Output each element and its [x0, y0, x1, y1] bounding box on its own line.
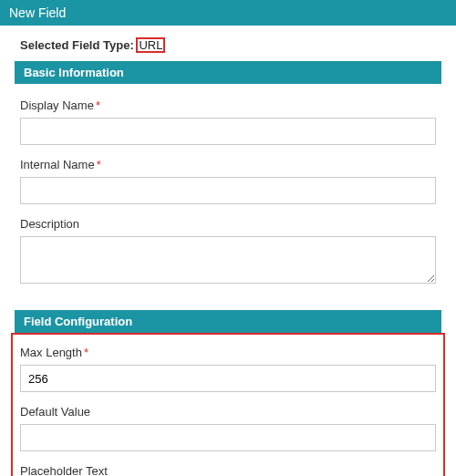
internal-name-label: Internal Name*	[20, 158, 436, 171]
required-mark: *	[96, 98, 100, 112]
description-field: Description	[20, 217, 436, 286]
default-value-input[interactable]	[20, 424, 436, 451]
required-mark: *	[97, 158, 101, 171]
basic-info-section: Display Name* Internal Name* Description	[20, 88, 436, 310]
display-name-label-text: Display Name	[20, 98, 94, 112]
selected-field-type-value: URL	[137, 38, 164, 52]
description-input[interactable]	[20, 236, 436, 284]
field-config-header: Field Configuration	[15, 310, 441, 333]
selected-field-type-label: Selected Field Type:	[20, 38, 134, 52]
default-value-field: Default Value	[20, 405, 436, 451]
page-header: New Field	[0, 0, 456, 26]
basic-info-header: Basic Information	[15, 61, 441, 84]
description-label: Description	[20, 217, 436, 231]
field-config-section: Max Length* Default Value Placeholder Te…	[15, 336, 441, 476]
max-length-field: Max Length*	[20, 346, 436, 392]
max-length-label-text: Max Length	[20, 346, 82, 359]
placeholder-text-field: Placeholder Text	[20, 464, 436, 476]
default-value-label: Default Value	[20, 405, 436, 419]
display-name-label: Display Name*	[20, 98, 436, 112]
max-length-input[interactable]	[20, 365, 436, 392]
page-title: New Field	[9, 5, 66, 20]
display-name-input[interactable]	[20, 118, 436, 145]
required-mark: *	[84, 346, 88, 359]
internal-name-input[interactable]	[20, 177, 436, 204]
internal-name-field: Internal Name*	[20, 158, 436, 204]
internal-name-label-text: Internal Name	[20, 158, 95, 171]
placeholder-text-label: Placeholder Text	[20, 464, 436, 476]
max-length-label: Max Length*	[20, 346, 436, 359]
form-content: Selected Field Type: URL Basic Informati…	[0, 26, 456, 476]
display-name-field: Display Name*	[20, 98, 436, 145]
selected-field-type-row: Selected Field Type: URL	[20, 38, 436, 52]
